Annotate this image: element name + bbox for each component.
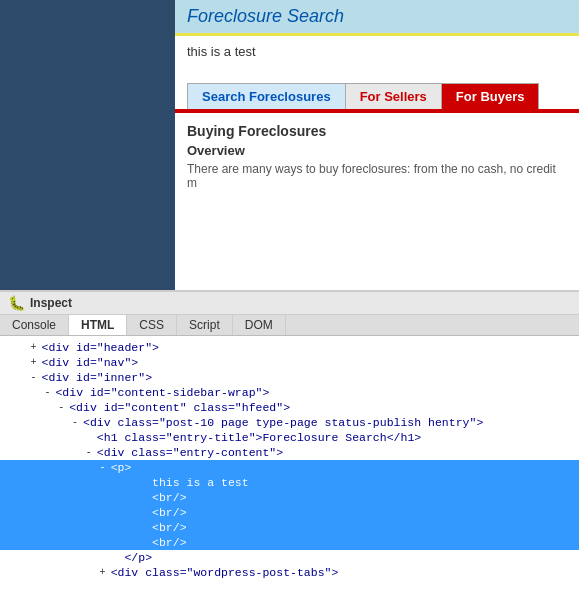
html-tree-line[interactable]: -<div id="inner">	[0, 370, 579, 385]
indent-space	[0, 416, 69, 429]
tab-for-buyers[interactable]: For Buyers	[442, 83, 540, 109]
html-tag: <br/>	[152, 521, 187, 534]
indent-space	[0, 491, 138, 504]
html-tag: </p>	[124, 551, 152, 564]
devtools-title: Inspect	[30, 296, 72, 310]
devtools-panel: 🐛 Inspect Console HTML CSS Script DOM +<…	[0, 290, 579, 598]
html-tag: <br/>	[152, 536, 187, 549]
html-tree-line[interactable]: -<p>	[0, 460, 579, 475]
indent-space	[0, 446, 83, 459]
html-tree-line[interactable]: this is a test	[0, 475, 579, 490]
devtools-tabs: Console HTML CSS Script DOM	[0, 315, 579, 336]
indent-space	[0, 506, 138, 519]
html-tag: <div id="header">	[42, 341, 159, 354]
html-tree-line[interactable]: <br/>	[0, 505, 579, 520]
html-tree-line[interactable]: <br/>	[0, 490, 579, 505]
page-body: Buying Foreclosures Overview There are m…	[175, 113, 579, 200]
devtools-tab-css[interactable]: CSS	[127, 315, 177, 335]
html-tag: <div id="nav">	[42, 356, 139, 369]
tree-expand-btn[interactable]: -	[41, 387, 53, 399]
html-tag: <div id="content-sidebar-wrap">	[55, 386, 269, 399]
tree-expand-btn[interactable]: -	[83, 447, 95, 459]
tree-expand-btn[interactable]: +	[28, 357, 40, 369]
html-tag: <div class="post-10 page type-page statu…	[83, 416, 483, 429]
tree-expand-btn[interactable]: -	[28, 372, 40, 384]
indent-space	[0, 536, 138, 549]
tree-expand-btn[interactable]: +	[28, 342, 40, 354]
indent-space	[0, 521, 138, 534]
html-tree-line[interactable]: <br/>	[0, 520, 579, 535]
html-tree-line[interactable]: <br/>	[0, 535, 579, 550]
devtools-tab-script[interactable]: Script	[177, 315, 233, 335]
tree-expand-btn[interactable]: -	[97, 462, 109, 474]
html-tree-line[interactable]: -<div class="entry-content">	[0, 445, 579, 460]
tab-for-sellers[interactable]: For Sellers	[346, 83, 442, 109]
test-text: this is a test	[187, 44, 256, 59]
body-subheading: Overview	[187, 143, 567, 158]
body-heading: Buying Foreclosures	[187, 123, 567, 139]
page-header: Foreclosure Search	[175, 0, 579, 36]
html-tag: <br/>	[152, 506, 187, 519]
devtools-tab-console[interactable]: Console	[0, 315, 69, 335]
sidebar-left	[0, 0, 175, 290]
devtools-titlebar: 🐛 Inspect	[0, 292, 579, 315]
html-tree-line[interactable]: +<div id="header">	[0, 340, 579, 355]
text-node: this is a test	[152, 476, 249, 489]
html-tree-line[interactable]: <h1 class="entry-title">Foreclosure Sear…	[0, 430, 579, 445]
indent-space	[0, 461, 97, 474]
indent-space	[0, 386, 41, 399]
main-content: Foreclosure Search this is a test Search…	[175, 0, 579, 290]
devtools-html-content: +<div id="header"> +<div id="nav"> -<div…	[0, 336, 579, 598]
html-tag: <h1 class="entry-title">Foreclosure Sear…	[97, 431, 421, 444]
html-tree-line[interactable]: </p>	[0, 550, 579, 565]
html-tree-line[interactable]: -<div id="content" class="hfeed">	[0, 400, 579, 415]
html-tag: <div class="wordpress-post-tabs">	[111, 566, 339, 579]
tree-expand-btn[interactable]: -	[69, 417, 81, 429]
indent-space	[0, 551, 110, 564]
body-text: There are many ways to buy foreclosures:…	[187, 162, 567, 190]
html-tree-line[interactable]: +<div id="nav">	[0, 355, 579, 370]
bug-icon: 🐛	[8, 295, 24, 311]
indent-space	[0, 371, 28, 384]
html-tag: <p>	[111, 461, 132, 474]
indent-space	[0, 401, 55, 414]
tree-expand-btn[interactable]: +	[97, 567, 109, 579]
html-tree-line[interactable]: -<div id="content-sidebar-wrap">	[0, 385, 579, 400]
indent-space	[0, 341, 28, 354]
web-content-area: Foreclosure Search this is a test Search…	[0, 0, 579, 290]
test-text-block: this is a test	[175, 36, 579, 67]
html-tag: <br/>	[152, 491, 187, 504]
indent-space	[0, 566, 97, 579]
devtools-tab-html[interactable]: HTML	[69, 315, 127, 335]
indent-space	[0, 476, 138, 489]
devtools-tab-dom[interactable]: DOM	[233, 315, 286, 335]
indent-space	[0, 356, 28, 369]
tabs-bar: Search Foreclosures For Sellers For Buye…	[175, 75, 579, 113]
indent-space	[0, 431, 83, 444]
html-tag: <div id="content" class="hfeed">	[69, 401, 290, 414]
page-title: Foreclosure Search	[187, 6, 567, 27]
tab-search-foreclosures[interactable]: Search Foreclosures	[187, 83, 346, 109]
html-tree-line[interactable]: -<div class="post-10 page type-page stat…	[0, 415, 579, 430]
html-tag: <div class="entry-content">	[97, 446, 283, 459]
tree-expand-btn[interactable]: -	[55, 402, 67, 414]
html-tag: <div id="inner">	[42, 371, 152, 384]
html-tree-line[interactable]: +<div class="wordpress-post-tabs">	[0, 565, 579, 580]
